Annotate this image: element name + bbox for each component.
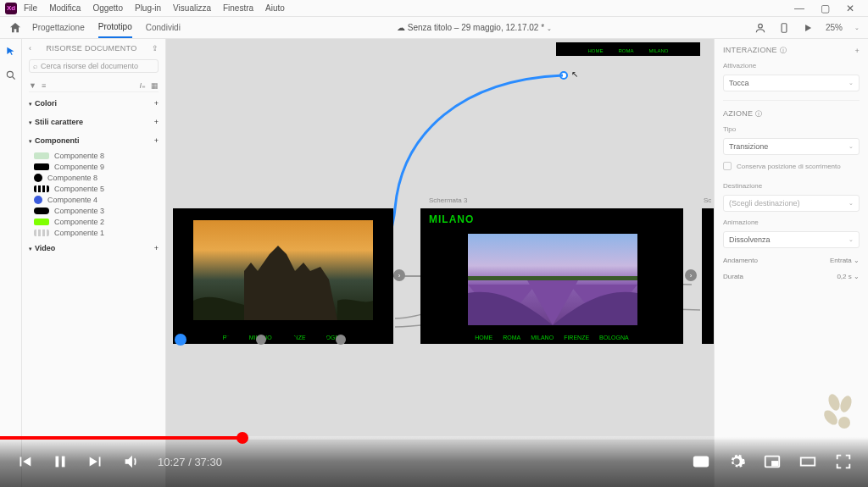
home-icon[interactable]	[8, 21, 22, 35]
component-item[interactable]: Componente 2	[34, 218, 159, 226]
activation-dropdown[interactable]: Tocca⌄	[723, 75, 860, 91]
volume-button[interactable]	[122, 452, 141, 471]
artboard-cutoff[interactable]	[702, 208, 714, 344]
mobile-preview-icon[interactable]	[778, 22, 790, 34]
back-icon[interactable]: ‹	[29, 44, 31, 53]
svg-rect-9	[694, 457, 709, 467]
chevron-down-icon: ⌄	[854, 257, 860, 264]
add-icon[interactable]: +	[154, 99, 159, 108]
svg-point-5	[821, 407, 840, 427]
chevron-down-icon[interactable]: ⌄	[547, 25, 552, 31]
section-text-styles[interactable]: ▾Stili carattere +	[29, 114, 159, 130]
component-label: Componente 9	[54, 163, 104, 171]
doc-dirty-indicator: *	[541, 23, 544, 32]
add-icon[interactable]: +	[154, 244, 159, 252]
chevron-down-icon: ⌄	[849, 200, 854, 207]
component-item[interactable]: Componente 9	[34, 163, 159, 171]
progress-thumb[interactable]	[236, 432, 248, 444]
prototype-canvas[interactable]: HOME ROMA MILANO ↖ ROMA MILANO	[166, 39, 714, 487]
duration-value[interactable]: 0,2 s ⌄	[837, 273, 860, 280]
component-swatch	[34, 185, 49, 192]
section-video[interactable]: ▾Video +	[29, 241, 159, 256]
select-tool-icon[interactable]	[5, 46, 17, 58]
grid-view-icon[interactable]: ▦	[151, 81, 159, 90]
video-time: 10:27 / 37:30	[158, 456, 222, 468]
play-icon[interactable]	[802, 22, 814, 34]
component-item[interactable]: Componente 4	[34, 196, 159, 204]
user-icon[interactable]	[754, 22, 766, 34]
captions-button[interactable]	[692, 452, 710, 471]
window-close[interactable]: ✕	[837, 3, 863, 14]
info-icon[interactable]: ⓘ	[755, 110, 762, 118]
settings-button[interactable]	[727, 452, 746, 471]
component-swatch	[34, 208, 49, 214]
search-placeholder: Cerca risorse del documento	[41, 62, 138, 70]
info-icon[interactable]: ⓘ	[780, 47, 787, 54]
search-icon[interactable]	[5, 69, 17, 81]
filter-icon[interactable]: ▼≡	[29, 81, 46, 90]
wire-target-node[interactable]	[559, 71, 568, 80]
menu-object[interactable]: Oggetto	[92, 3, 123, 13]
theater-button[interactable]	[798, 452, 817, 471]
window-minimize[interactable]: —	[787, 3, 812, 14]
svg-point-2	[7, 71, 13, 77]
chevron-down-icon: ⌄	[849, 236, 854, 243]
wire-node[interactable]: ›	[393, 269, 405, 281]
pause-button[interactable]	[51, 452, 70, 471]
export-icon[interactable]: ⇪	[152, 44, 159, 53]
list-view-icon[interactable]: I₌	[139, 81, 146, 90]
artboard-image	[193, 220, 373, 320]
asset-search[interactable]: ⌕ Cerca risorse del documento	[29, 59, 159, 73]
component-item[interactable]: Componente 5	[34, 185, 159, 193]
previous-button[interactable]	[15, 452, 34, 471]
easing-label: Andamento	[723, 257, 758, 264]
video-progress-bar[interactable]	[0, 436, 868, 440]
menu-edit[interactable]: Modifica	[49, 3, 81, 13]
zoom-level[interactable]: 25%	[826, 23, 843, 32]
chevron-down-icon[interactable]: ⌄	[854, 25, 860, 31]
component-item[interactable]: Componente 1	[34, 229, 159, 237]
wire-handles	[175, 334, 346, 346]
component-item[interactable]: Componente 8	[34, 152, 159, 160]
animation-dropdown[interactable]: Dissolvenza⌄	[723, 231, 860, 248]
add-icon[interactable]: +	[154, 118, 159, 126]
svg-point-6	[838, 417, 850, 429]
tab-share[interactable]: Condividi	[146, 18, 181, 37]
preserve-scroll-checkbox[interactable]: Conserva posizione di scorrimento	[723, 162, 860, 170]
menu-file[interactable]: File	[24, 3, 37, 13]
destination-dropdown[interactable]: (Scegli destinazione)⌄	[723, 195, 860, 212]
artboard-topnav[interactable]: HOME ROMA MILANO	[556, 42, 700, 56]
menu-window[interactable]: Finestra	[223, 3, 253, 13]
add-interaction-icon[interactable]: +	[854, 47, 860, 55]
menu-view[interactable]: Visualizza	[173, 3, 211, 13]
add-icon[interactable]: +	[154, 136, 159, 145]
tab-design[interactable]: Progettazione	[32, 18, 85, 37]
artboard-milano[interactable]: MILANO HOME ROMA MILANO FIRENZE BOLOGNA	[420, 208, 683, 344]
section-components[interactable]: ▾Componenti +	[29, 133, 159, 148]
artboard-left[interactable]: ROMA MILANO FIRENZE BOLOGNA	[173, 208, 393, 344]
artboard-label[interactable]: Schermata 3	[429, 196, 467, 204]
menu-plugin[interactable]: Plug-in	[135, 3, 161, 13]
component-label: Componente 5	[54, 185, 104, 193]
svg-point-0	[759, 24, 763, 28]
tab-prototype[interactable]: Prototipo	[98, 17, 132, 38]
component-swatch	[34, 219, 49, 225]
miniplayer-button[interactable]	[763, 452, 782, 471]
component-label: Componente 3	[54, 207, 104, 215]
component-item[interactable]: Componente 8	[34, 174, 159, 182]
section-colors[interactable]: ▾Colori +	[29, 96, 159, 111]
component-label: Componente 1	[54, 229, 104, 237]
duration-label: Durata	[723, 273, 743, 280]
next-button[interactable]	[86, 452, 105, 471]
menu-help[interactable]: Aiuto	[265, 3, 285, 13]
wire-node[interactable]: ›	[685, 269, 697, 281]
component-item[interactable]: Componente 3	[34, 207, 159, 215]
chevron-down-icon: ⌄	[849, 80, 854, 86]
document-title-area[interactable]: ☁ Senza titolo – 29 maggio, 12.17.02 * ⌄	[194, 23, 754, 32]
type-dropdown[interactable]: Transizione⌄	[723, 138, 860, 155]
assets-heading: RISORSE DOCUMENTO	[47, 44, 137, 53]
window-maximize[interactable]: ▢	[812, 3, 837, 14]
fullscreen-button[interactable]	[834, 452, 853, 471]
action-heading: AZIONE	[723, 109, 753, 118]
easing-value[interactable]: Entrata ⌄	[830, 257, 860, 264]
